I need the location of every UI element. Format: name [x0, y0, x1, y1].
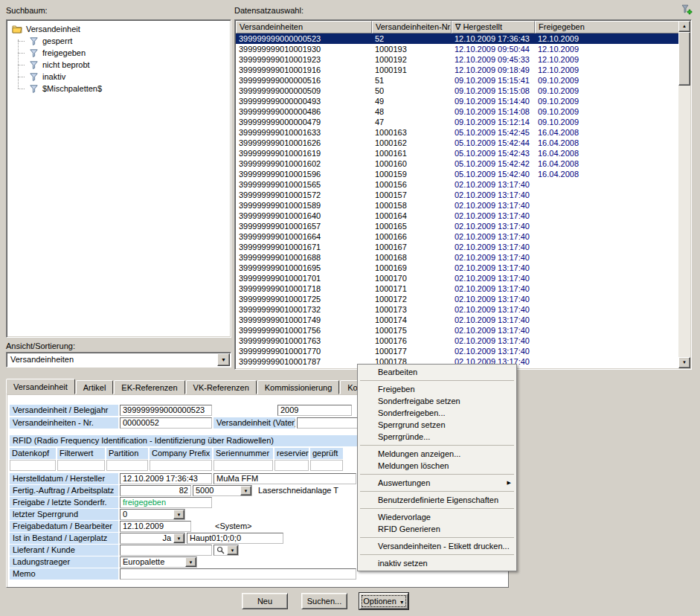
- menu-item-wiedervorlage[interactable]: Wiedervorlage: [359, 511, 516, 523]
- table-row[interactable]: 3999999990000005095009.10.2009 15:15:080…: [236, 86, 680, 96]
- rfid-value-cell[interactable]: [310, 460, 343, 471]
- rfid-value-cell[interactable]: [150, 460, 212, 471]
- table-row[interactable]: 3999999990000004934909.10.2009 15:14:400…: [236, 96, 680, 106]
- ladungstraeger-combo[interactable]: Europalette ▼: [120, 556, 197, 568]
- table-row[interactable]: 399999999010001718100017102.10.2009 13:1…: [236, 283, 680, 294]
- table-row[interactable]: 399999999010001916100019112.10.2009 09:1…: [236, 65, 680, 75]
- suchen-button[interactable]: Suchen...: [301, 593, 347, 609]
- table-cell: [535, 356, 680, 367]
- table-row[interactable]: 399999999010001602100016005.10.2009 15:4…: [236, 158, 680, 169]
- tab-ek-referenzen[interactable]: EK-Referenzen: [114, 380, 184, 394]
- memo-field[interactable]: [120, 568, 356, 580]
- menu-item-sonderfreigeben[interactable]: Sonderfreigeben...: [359, 407, 516, 419]
- scroll-up-button[interactable]: ▲: [678, 21, 690, 32]
- freigabe-status-field[interactable]: freigegeben: [120, 497, 212, 508]
- chevron-down-icon[interactable]: ▼: [227, 545, 238, 555]
- tab-vk-referenzen[interactable]: VK-Referenzen: [186, 380, 257, 394]
- menu-item-versandeinheiten-etikett-drucken[interactable]: Versandeinheiten - Etikett drucken...: [359, 540, 516, 552]
- vertical-scrollbar[interactable]: ▲ ▼: [678, 21, 690, 368]
- versandeinheit-field[interactable]: 399999999000000523: [120, 405, 212, 416]
- table-row[interactable]: 399999999010001756100017502.10.2009 13:1…: [236, 325, 680, 336]
- sperrgrund-combo[interactable]: 0 ▼: [120, 509, 185, 520]
- column-header-hergestellt[interactable]: ∇ Hergestellt: [452, 21, 535, 33]
- table-row[interactable]: 399999999010001923100019212.10.2009 09:4…: [236, 54, 680, 65]
- menu-item-rfid-generieren[interactable]: RFID Generieren: [359, 523, 516, 535]
- scroll-down-button[interactable]: ▼: [678, 357, 690, 368]
- tree-item-versandeinheit[interactable]: Versandeinheit: [8, 23, 229, 35]
- tree-item-inaktiv[interactable]: inaktiv: [8, 71, 229, 83]
- menu-item-meldungen-l-schen[interactable]: Meldungen löschen: [359, 460, 516, 472]
- menu-item-meldungen-anzeigen[interactable]: Meldungen anzeigen...: [359, 448, 516, 460]
- rfid-value-cell[interactable]: [10, 460, 56, 471]
- tab-versandeinheit[interactable]: Versandeinheit: [6, 379, 75, 394]
- versandeinheiten-nr-field[interactable]: 00000052: [120, 417, 212, 429]
- table-row[interactable]: 399999999010001619100016105.10.2009 15:4…: [236, 148, 680, 158]
- table-row[interactable]: 399999999010001763100017602.10.2009 13:1…: [236, 336, 680, 346]
- table-row[interactable]: 3999999990000005165109.10.2009 15:15:410…: [236, 75, 680, 86]
- tree-item-freigegeben[interactable]: freigegeben: [8, 47, 229, 59]
- table-row[interactable]: 399999999010001657100016502.10.2009 13:1…: [236, 221, 680, 231]
- table-row[interactable]: 3999999990000004864809.10.2009 15:14:080…: [236, 106, 680, 117]
- tree-item-gesperrt[interactable]: gesperrt: [8, 35, 229, 47]
- menu-item-freigeben[interactable]: Freigeben: [359, 383, 516, 395]
- menu-item-sperrgr-nde[interactable]: Sperrgründe...: [359, 431, 516, 443]
- chevron-down-icon[interactable]: ▼: [173, 510, 184, 519]
- table-row[interactable]: 399999999010001589100015802.10.2009 13:1…: [236, 200, 680, 211]
- belegjahr-field[interactable]: 2009: [277, 405, 352, 416]
- lieferant-field[interactable]: [120, 545, 212, 556]
- fertigungsauftrag-field[interactable]: 82: [120, 485, 191, 496]
- chevron-down-icon[interactable]: ▼: [173, 533, 184, 543]
- table-row[interactable]: 3999999990000005235212.10.2009 17:36:431…: [236, 33, 680, 44]
- table-row[interactable]: 399999999010001640100016402.10.2009 13:1…: [236, 211, 680, 221]
- arbeitsplatz-combo[interactable]: 5000 ▼: [193, 485, 252, 496]
- table-row[interactable]: 399999999010001688100016802.10.2009 13:1…: [236, 252, 680, 263]
- rfid-value-cell[interactable]: [57, 460, 105, 471]
- tab-kommissionierung[interactable]: Kommissionierung: [257, 380, 339, 394]
- chevron-down-icon[interactable]: ▼: [240, 486, 251, 495]
- table-row[interactable]: 3999999990000004794709.10.2009 15:12:140…: [236, 117, 680, 127]
- optionen-button[interactable]: Optionen▼: [359, 593, 408, 609]
- menu-item-inaktiv-setzen[interactable]: inaktiv setzen: [359, 557, 516, 569]
- menu-item-sonderfreigabe-setzen[interactable]: Sonderfreigabe setzen: [359, 395, 516, 407]
- rfid-value-cell[interactable]: [274, 460, 309, 471]
- table-row[interactable]: 399999999010001565100015602.10.2009 13:1…: [236, 179, 680, 190]
- add-filter-icon[interactable]: [681, 4, 693, 16]
- tree-item-nicht-beprobt[interactable]: nicht beprobt: [8, 59, 229, 71]
- tree-item-mischpaletten[interactable]: $Mischpaletten$: [8, 83, 229, 94]
- chevron-down-icon[interactable]: ▼: [217, 353, 230, 366]
- bestand-combo[interactable]: Ja ▼: [120, 533, 185, 544]
- table-row[interactable]: 399999999010001930100019312.10.2009 09:5…: [236, 44, 680, 54]
- menu-item-auswertungen[interactable]: Auswertungen▶: [359, 477, 516, 489]
- chevron-down-icon[interactable]: ▼: [185, 557, 196, 567]
- scrollbar-thumb[interactable]: [678, 32, 690, 86]
- column-header-versandeinheiten[interactable]: Versandeinheiten: [236, 21, 372, 33]
- table-row[interactable]: 399999999010001596100015905.10.2009 15:4…: [236, 169, 680, 179]
- column-header-versandeinheiten-nr[interactable]: Versandeinheiten-Nr.: [372, 21, 452, 33]
- table-row[interactable]: 399999999010001626100016205.10.2009 15:4…: [236, 138, 680, 148]
- table-row[interactable]: 399999999010001664100016602.10.2009 13:1…: [236, 231, 680, 242]
- neu-button[interactable]: Neu: [242, 593, 288, 609]
- column-header-freigegeben[interactable]: Freigegeben: [535, 21, 680, 33]
- table-row[interactable]: 399999999010001695100016902.10.2009 13:1…: [236, 263, 680, 273]
- menu-item-sperrgrund-setzen[interactable]: Sperrgrund setzen: [359, 419, 516, 431]
- table-row[interactable]: 399999999010001770100017702.10.2009 13:1…: [236, 346, 680, 356]
- view-sort-select[interactable]: Versandeinheiten ▼: [6, 352, 231, 368]
- table-row[interactable]: 399999999010001671100016702.10.2009 13:1…: [236, 242, 680, 252]
- table-row[interactable]: 399999999010001633100016305.10.2009 15:4…: [236, 127, 680, 138]
- table-row[interactable]: 399999999010001701100017002.10.2009 13:1…: [236, 273, 680, 283]
- lieferant-lookup-combo[interactable]: ▼: [213, 545, 239, 556]
- freigabedatum-field[interactable]: 12.10.2009: [120, 521, 191, 532]
- table-row[interactable]: 399999999010001749100017402.10.2009 13:1…: [236, 315, 680, 325]
- table-row[interactable]: 399999999010001572100015702.10.2009 13:1…: [236, 190, 680, 200]
- menu-item-bearbeiten[interactable]: Bearbeiten: [359, 366, 516, 378]
- tab-artikel[interactable]: Artikel: [76, 380, 114, 394]
- hersteller-field[interactable]: MuMa FFM: [213, 473, 356, 484]
- table-row[interactable]: 399999999010001732100017302.10.2009 13:1…: [236, 304, 680, 315]
- lagerplatz-field[interactable]: Haupt01;0;0;0: [187, 533, 283, 544]
- rfid-value-cell[interactable]: [106, 460, 148, 471]
- herstelldatum-field[interactable]: 12.10.2009 17:36:43: [120, 473, 212, 484]
- tree-item-label: $Mischpaletten$: [42, 84, 102, 93]
- rfid-value-cell[interactable]: [213, 460, 273, 471]
- table-row[interactable]: 399999999010001725100017202.10.2009 13:1…: [236, 294, 680, 304]
- menu-item-benutzerdefinierte-eigenschaften[interactable]: Benutzerdefinierte Eigenschaften: [359, 494, 516, 506]
